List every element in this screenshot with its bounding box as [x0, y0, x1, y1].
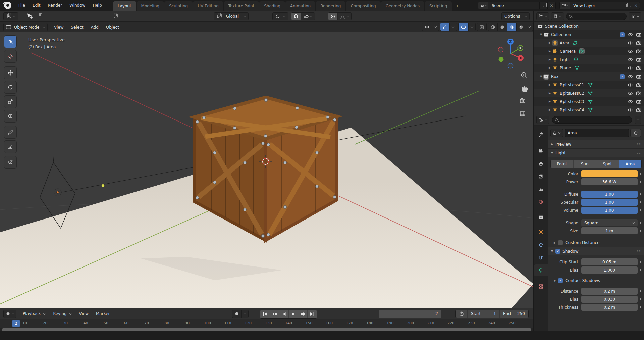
properties-options-button[interactable] — [635, 116, 641, 124]
play-reverse-button[interactable] — [279, 310, 288, 318]
rotate-tool[interactable] — [4, 81, 17, 94]
frame-start-field[interactable]: Start1 — [467, 310, 499, 318]
panel-drag-handle-icon[interactable]: ∷∷ — [637, 249, 641, 253]
hide-eye-icon[interactable] — [628, 107, 633, 113]
view-layer-icon[interactable] — [560, 2, 570, 9]
show-object-types-button[interactable] — [422, 23, 432, 31]
tab-view-layer[interactable] — [534, 171, 548, 182]
show-object-types-dropdown[interactable] — [432, 23, 439, 31]
light-volume-slider[interactable]: 1.00 — [581, 207, 638, 214]
tab-constraints[interactable] — [534, 239, 548, 250]
tab-render[interactable] — [534, 145, 548, 156]
tab-object-data[interactable] — [534, 264, 548, 276]
tab-object[interactable] — [534, 226, 548, 238]
menu-window[interactable]: Window — [66, 1, 89, 10]
outliner-filter-button[interactable] — [629, 12, 641, 20]
disable-render-icon[interactable] — [636, 74, 641, 79]
add-workspace-button[interactable]: + — [452, 1, 462, 11]
disable-render-icon[interactable] — [636, 49, 641, 54]
mode-dropdown[interactable]: Object Mode — [3, 23, 48, 31]
measure-tool[interactable] — [4, 140, 17, 153]
tab-geometry-nodes[interactable]: Geometry Nodes — [381, 1, 424, 11]
next-keyframe-button[interactable] — [298, 310, 307, 318]
panel-drag-handle-icon[interactable]: ∷∷ — [637, 142, 641, 146]
keyframe-dot[interactable] — [638, 222, 643, 224]
tab-sculpting[interactable]: Sculpting — [164, 1, 193, 11]
scale-tool[interactable] — [4, 95, 17, 108]
keyframe-dot[interactable] — [638, 306, 643, 308]
use-preview-range-toggle[interactable] — [456, 310, 467, 318]
contact-distance-field[interactable]: 0.2 m — [581, 288, 638, 295]
viewport-menu-object[interactable]: Object — [102, 23, 123, 32]
contact-shadows-checkbox[interactable]: ✓ — [558, 278, 563, 283]
preview-panel-header[interactable]: ▶Preview∷∷ — [548, 140, 644, 148]
overlays-dropdown[interactable] — [468, 23, 475, 31]
disable-render-icon[interactable] — [636, 91, 641, 96]
select-box-tool[interactable] — [4, 35, 17, 48]
jump-to-start-button[interactable] — [260, 310, 270, 318]
disable-render-icon[interactable] — [636, 57, 641, 62]
timeline-editor-type-button[interactable] — [3, 310, 16, 318]
snap-toggle[interactable] — [291, 13, 301, 20]
outliner-row-camera[interactable]: ▶ Camera — [534, 47, 644, 55]
custom-distance-checkbox[interactable]: ✓ — [558, 240, 563, 245]
timeline-menu-marker[interactable]: Marker — [92, 309, 113, 318]
shadow-checkbox[interactable]: ✓ — [555, 249, 560, 254]
shadow-bias-field[interactable]: 1.000 — [581, 266, 638, 274]
properties-editor-type-button[interactable] — [536, 116, 549, 124]
proportional-falloff-dropdown[interactable] — [337, 13, 351, 20]
keyframe-dot[interactable] — [638, 261, 643, 263]
prev-keyframe-button[interactable] — [270, 310, 279, 318]
xray-toggle[interactable] — [477, 23, 486, 31]
panel-drag-handle-icon[interactable]: ∷∷ — [637, 151, 641, 155]
tab-compositing[interactable]: Compositing — [346, 1, 380, 11]
properties-search-input[interactable] — [552, 116, 632, 124]
viewport-3d[interactable]: Z Y X Object Mode View Select Add Object — [0, 22, 533, 308]
blender-logo-icon[interactable] — [4, 2, 11, 9]
tab-scripting[interactable]: Scripting — [425, 1, 452, 11]
keyframe-dot[interactable] — [638, 269, 643, 271]
light-panel-header[interactable]: ▼Light∷∷ — [548, 148, 644, 157]
shadow-clip-start-field[interactable]: 0.05 m — [581, 258, 638, 265]
menu-render[interactable]: Render — [44, 1, 66, 10]
keyframe-dot[interactable] — [638, 230, 643, 232]
auto-keying-dropdown[interactable] — [241, 310, 248, 318]
move-tool[interactable] — [4, 66, 17, 79]
hide-eye-icon[interactable] — [628, 65, 633, 71]
playhead[interactable]: 2 — [12, 320, 20, 327]
light-color-swatch[interactable] — [581, 170, 638, 177]
outliner-row-light[interactable]: ▶ Light — [534, 55, 644, 64]
contact-bias-field[interactable]: 0.030 — [581, 296, 638, 303]
hide-eye-icon[interactable] — [628, 40, 633, 46]
disable-render-icon[interactable] — [636, 107, 641, 113]
tab-tool[interactable] — [534, 129, 548, 140]
light-power-field[interactable]: 36.6 W — [581, 178, 638, 185]
hide-eye-icon[interactable] — [628, 82, 633, 88]
collection-exclude-checkbox[interactable]: ✓ — [620, 32, 625, 37]
light-specular-slider[interactable]: 1.00 — [581, 199, 638, 206]
light-type-point[interactable]: Point — [551, 160, 573, 168]
track-point-handle[interactable] — [102, 184, 105, 187]
tab-texture-paint[interactable]: Texture Paint — [224, 1, 259, 11]
auto-keying-toggle[interactable] — [232, 310, 241, 318]
outliner-search-input[interactable] — [566, 13, 627, 20]
hide-eye-icon[interactable] — [628, 32, 633, 37]
transform-tool[interactable] — [4, 110, 17, 123]
scene-name-field[interactable]: Scene — [488, 3, 539, 8]
light-size-field[interactable]: 1 m — [581, 227, 638, 234]
keyframe-dot[interactable] — [638, 181, 643, 183]
collection-exclude-checkbox[interactable]: ✓ — [620, 74, 625, 79]
disable-render-icon[interactable] — [636, 40, 641, 46]
tab-modeling[interactable]: Modeling — [137, 1, 164, 11]
show-overlays-toggle[interactable] — [459, 23, 468, 31]
viewport-menu-add[interactable]: Add — [87, 23, 102, 32]
hide-eye-icon[interactable] — [628, 91, 633, 96]
tab-layout[interactable]: Layout — [113, 1, 136, 11]
timeline-menu-keying[interactable]: Keying — [49, 309, 75, 318]
tab-scene[interactable] — [534, 183, 548, 195]
play-button[interactable] — [288, 310, 298, 318]
keyframe-dot[interactable] — [638, 201, 643, 203]
contact-shadows-subpanel[interactable]: ▼ ✓ Contact Shadows — [548, 277, 644, 285]
contact-thickness-field[interactable]: 0.2 m — [581, 304, 638, 311]
menu-edit[interactable]: Edit — [29, 1, 44, 10]
